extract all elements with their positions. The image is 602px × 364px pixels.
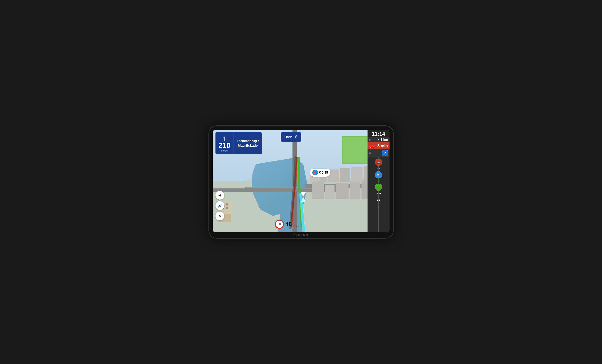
fuel-price: € 0.98 <box>319 171 328 174</box>
then-box: Then ↱ <box>281 132 301 142</box>
distance-unit: metre <box>221 149 228 152</box>
svg-rect-22 <box>325 185 334 199</box>
route-line <box>378 157 379 232</box>
fuel-bubble: ⛽ € 0.98 <box>310 169 330 177</box>
parking-icon-container: P <box>382 150 388 156</box>
route-strip: 🚗 ⛽ ⇄ 61m ⋮ <box>367 157 389 232</box>
left-buttons: ◀ 🔊 ✕ <box>215 191 224 220</box>
svg-marker-4 <box>251 158 308 216</box>
close-button[interactable]: ✕ <box>215 212 224 220</box>
svg-marker-1 <box>213 177 389 232</box>
svg-rect-24 <box>350 182 360 199</box>
direction-banner: ↑ 210 metre Torontobrug / Mauritskade <box>215 132 262 154</box>
svg-rect-19 <box>226 207 228 209</box>
right-panel: 11:14 ⊞ 4.1 km 🚗 8 min ⊟ P <box>367 130 389 232</box>
then-arrow-icon: ↱ <box>294 134 298 139</box>
incident-altroute-icon: ⇄ <box>375 184 382 191</box>
brand-label: TOMTOM <box>293 233 309 236</box>
svg-rect-21 <box>312 182 323 199</box>
distance-value: 4.1 km <box>378 138 388 142</box>
route-incident-fuel: ⛽ <box>375 171 382 178</box>
speed-limit-sign: 50 <box>275 220 284 229</box>
traffic-row: 🚗 8 min <box>367 142 389 149</box>
svg-rect-11 <box>245 187 301 188</box>
device-screen: ↑ 210 metre Torontobrug / Mauritskade Th… <box>213 130 389 232</box>
speed-unit: km/h <box>293 225 299 228</box>
svg-rect-10 <box>245 187 301 192</box>
svg-marker-33 <box>301 197 305 202</box>
distance-row: ⊞ 4.1 km <box>367 137 389 142</box>
distance-icon: ⊞ <box>369 138 372 141</box>
map-area[interactable]: ↑ 210 metre Torontobrug / Mauritskade Th… <box>213 130 389 232</box>
direction-distance: 210 <box>218 142 230 149</box>
svg-rect-29 <box>340 168 350 182</box>
street-name: Torontobrug / Mauritskade <box>237 139 259 148</box>
route-incident-altroute: ⇄ <box>375 184 382 191</box>
time-display: 11:14 <box>367 130 389 137</box>
svg-rect-23 <box>335 183 348 199</box>
svg-rect-30 <box>351 167 362 182</box>
sound-button[interactable]: 🔊 <box>215 201 224 210</box>
route-incident-car: 🚗 <box>375 159 382 166</box>
speed-container: 50 48 km/h <box>275 220 299 229</box>
then-label: Then <box>284 135 292 139</box>
street-name-box: Torontobrug / Mauritskade <box>234 132 262 154</box>
parking-available-dot <box>387 150 388 151</box>
traffic-time: 8 min <box>377 144 388 148</box>
gps-device: ↑ 210 metre Torontobrug / Mauritskade Th… <box>209 126 393 238</box>
incident-fuel-icon: ⛽ <box>375 171 382 178</box>
svg-rect-7 <box>213 188 342 189</box>
distance-box: ↑ 210 metre <box>215 132 234 154</box>
fuel-icon: ⛽ <box>312 170 318 175</box>
svg-marker-32 <box>301 192 306 197</box>
direction-arrow-icon: ↑ <box>223 134 226 142</box>
compass-button[interactable]: ◀ <box>215 191 224 200</box>
svg-rect-16 <box>226 203 228 206</box>
current-speed: 48 <box>286 221 292 227</box>
svg-rect-6 <box>213 188 342 192</box>
svg-rect-9 <box>292 130 297 232</box>
incident-car-icon: 🚗 <box>375 159 382 166</box>
parking-row: ⊟ P <box>367 149 389 157</box>
parking-dist-icon: ⊟ <box>369 152 371 155</box>
traffic-car-icon: 🚗 <box>369 143 374 148</box>
